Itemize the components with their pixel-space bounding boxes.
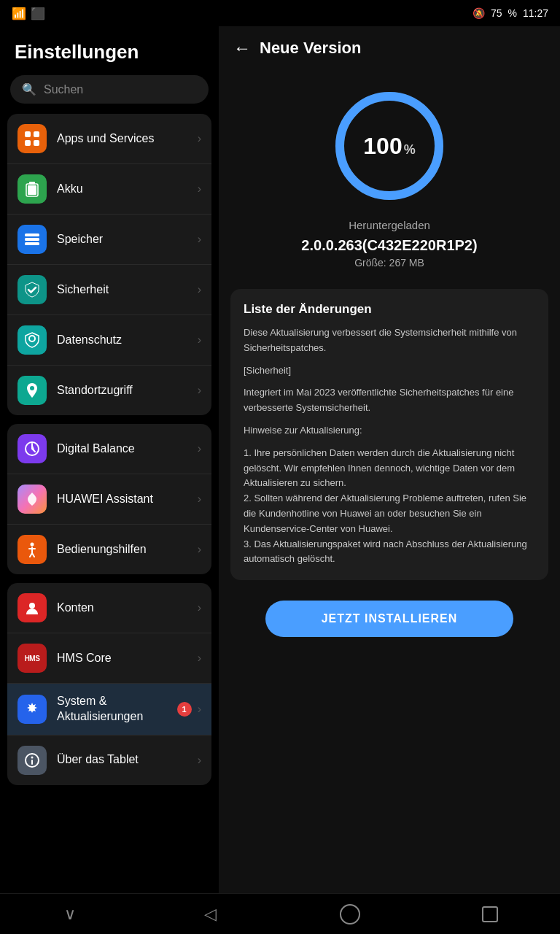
- bedienung-label: Bedienungshilfen: [57, 542, 198, 557]
- install-button[interactable]: JETZT INSTALLIEREN: [265, 601, 513, 637]
- size-label: Größe: 267 MB: [354, 257, 424, 269]
- system-chevron: ›: [198, 703, 201, 716]
- speicher-icon: [18, 225, 47, 254]
- bedienung-icon: [18, 535, 47, 564]
- sidebar-item-konten[interactable]: Konten ›: [7, 583, 211, 633]
- nav-triangle-icon: ◁: [204, 905, 217, 924]
- sidebar-item-digital[interactable]: Digital Balance ›: [7, 424, 211, 474]
- sidebar-title: Einstellungen: [0, 35, 219, 75]
- datenschutz-icon: [18, 325, 47, 355]
- panel-header: ← Neue Version: [219, 26, 560, 70]
- sidebar-item-sicherheit[interactable]: Sicherheit ›: [7, 265, 211, 315]
- svg-rect-18: [31, 760, 33, 765]
- huawei-label: HUAWEI Assistant: [57, 492, 198, 507]
- hms-icon: HMS: [18, 644, 47, 673]
- konten-icon: [18, 593, 47, 622]
- svg-rect-0: [25, 131, 31, 137]
- svg-rect-8: [25, 238, 39, 241]
- ueber-chevron: ›: [198, 754, 201, 767]
- nav-square-icon: [482, 906, 498, 922]
- status-label: Heruntergeladen: [349, 219, 430, 231]
- status-bar-left: 📶 ⬛: [12, 7, 45, 20]
- changelog-title: Liste der Änderungen: [244, 302, 535, 317]
- sidebar-group-2: Digital Balance › HUAWEI Assistant ›: [7, 424, 211, 574]
- nav-recent-button[interactable]: [468, 900, 512, 929]
- nav-back-button[interactable]: ∨: [48, 900, 92, 929]
- ueber-label: Über das Tablet: [57, 752, 198, 768]
- sd-icon: ⬛: [31, 7, 45, 20]
- huawei-icon: [18, 485, 47, 514]
- datenschutz-label: Datenschutz: [57, 333, 198, 348]
- svg-rect-5: [29, 182, 35, 185]
- svg-rect-2: [25, 140, 31, 146]
- changelog-p1: Diese Aktualisierung verbessert die Syst…: [244, 325, 535, 356]
- sidebar-group-3: Konten › HMS HMS Core › System & Aktuali…: [7, 583, 211, 785]
- changelog-p5: 1. Ihre persönlichen Daten werden durch …: [244, 446, 535, 567]
- speicher-label: Speicher: [57, 232, 198, 247]
- system-icon: [18, 695, 47, 724]
- sidebar: Einstellungen 🔍 Suchen Apps und Services…: [0, 26, 219, 893]
- time-display: 11:27: [523, 7, 548, 19]
- status-bar-right: 🔕 75% 11:27: [472, 7, 548, 19]
- changelog-p4: Hinweise zur Aktualisierung:: [244, 423, 535, 439]
- digital-chevron: ›: [198, 442, 201, 455]
- battery-level: 75: [491, 7, 502, 19]
- sidebar-item-huawei[interactable]: HUAWEI Assistant ›: [7, 474, 211, 525]
- sidebar-item-akku[interactable]: Akku ›: [7, 164, 211, 215]
- sidebar-item-system[interactable]: System & Aktualisierungen 1 ›: [7, 684, 211, 736]
- sidebar-item-ueber[interactable]: Über das Tablet ›: [7, 736, 211, 785]
- status-bar: 📶 ⬛ 🔕 75% 11:27: [0, 0, 560, 26]
- sidebar-item-datenschutz[interactable]: Datenschutz ›: [7, 315, 211, 366]
- svg-rect-3: [34, 140, 39, 146]
- sidebar-group-1: Apps und Services › Akku ›: [7, 114, 211, 415]
- ueber-icon: [18, 746, 47, 775]
- svg-point-11: [30, 386, 34, 390]
- bell-off-icon: 🔕: [472, 7, 485, 19]
- konten-chevron: ›: [198, 601, 201, 614]
- main-container: Einstellungen 🔍 Suchen Apps und Services…: [0, 26, 560, 893]
- back-button[interactable]: ←: [233, 38, 251, 58]
- svg-rect-6: [28, 185, 36, 195]
- search-bar[interactable]: 🔍 Suchen: [10, 75, 209, 104]
- sidebar-item-bedienung[interactable]: Bedienungshilfen ›: [7, 525, 211, 574]
- nav-home-button[interactable]: [328, 900, 372, 929]
- svg-point-14: [29, 603, 35, 609]
- standort-chevron: ›: [198, 384, 201, 397]
- svg-rect-9: [25, 242, 39, 245]
- sidebar-item-standort[interactable]: Standortzugriff ›: [7, 366, 211, 415]
- right-panel: ← Neue Version 100% Heruntergeladen 2.0.…: [219, 26, 560, 893]
- nav-triangle-button[interactable]: ◁: [188, 900, 232, 929]
- progress-value: 100%: [363, 133, 415, 160]
- bedienung-chevron: ›: [198, 543, 201, 556]
- search-placeholder: Suchen: [44, 83, 83, 96]
- hms-label: HMS Core: [57, 651, 198, 666]
- svg-point-17: [31, 756, 34, 758]
- datenschutz-chevron: ›: [198, 333, 201, 347]
- panel-title: Neue Version: [260, 39, 361, 58]
- konten-label: Konten: [57, 601, 198, 616]
- standort-icon: [18, 376, 47, 405]
- sidebar-item-apps[interactable]: Apps und Services ›: [7, 114, 211, 164]
- digital-label: Digital Balance: [57, 441, 198, 457]
- akku-icon: [18, 174, 47, 204]
- changelog-text: Diese Aktualisierung verbessert die Syst…: [244, 325, 535, 567]
- progress-circle-container: 100%: [331, 88, 448, 204]
- huawei-chevron: ›: [198, 493, 201, 506]
- sidebar-item-speicher[interactable]: Speicher ›: [7, 215, 211, 265]
- search-icon: 🔍: [22, 82, 36, 96]
- nav-back-icon: ∨: [64, 905, 76, 924]
- akku-label: Akku: [57, 182, 198, 197]
- progress-section: 100% Heruntergeladen 2.0.0.263(C432E220R…: [219, 70, 560, 280]
- sicherheit-icon: [18, 275, 47, 304]
- hms-chevron: ›: [198, 652, 201, 665]
- system-badge: 1: [177, 702, 192, 717]
- version-number: 2.0.0.263(C432E220R1P2): [301, 237, 477, 254]
- wifi-icon: 📶: [12, 7, 26, 20]
- bottom-nav: ∨ ◁: [0, 893, 560, 934]
- changelog-p2: [Sicherheit]: [244, 363, 535, 379]
- svg-point-13: [31, 543, 34, 547]
- akku-chevron: ›: [198, 182, 201, 196]
- sidebar-item-hms[interactable]: HMS HMS Core ›: [7, 633, 211, 684]
- apps-label: Apps und Services: [57, 131, 198, 147]
- sicherheit-chevron: ›: [198, 283, 201, 296]
